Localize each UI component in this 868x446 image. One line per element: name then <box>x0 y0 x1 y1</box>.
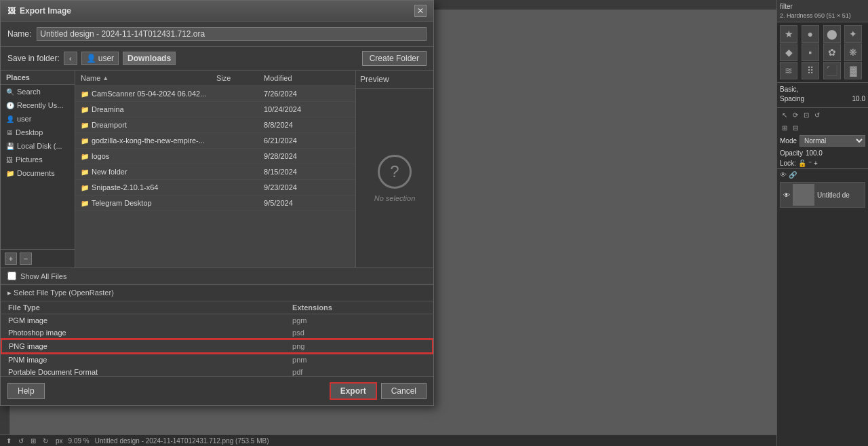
filetype-col-ext: Extensions <box>285 301 433 314</box>
preset-label: 2. Hardness 050 (51 × 51) <box>780 12 865 19</box>
file-row[interactable]: 📁 New folder 8/15/2024 <box>75 164 355 180</box>
dialog-titlebar: 🖼 Export Image ✕ <box>1 1 433 22</box>
col-header-name[interactable]: Name ▲ <box>75 73 211 83</box>
place-item-localdisk[interactable]: 💾 Local Disk (... <box>1 139 75 153</box>
file-cell-modified: 9/23/2024 <box>258 182 355 193</box>
visibility-icon[interactable]: 👁 <box>780 171 787 179</box>
file-cell-modified: 9/5/2024 <box>258 198 355 208</box>
file-cell-size <box>211 151 258 162</box>
brush-item[interactable]: ★ <box>780 25 797 43</box>
layer-item[interactable]: 👁 Untitled de <box>780 182 865 208</box>
col-name-label: Name <box>81 74 100 82</box>
desktop-icon: 🖥 <box>6 129 13 136</box>
tool-icon[interactable]: ⟳ <box>791 110 800 119</box>
file-list: 📁 CamScanner 05-04-2024 06.042... 7/26/2… <box>75 86 355 267</box>
file-cell-name: 📁 logos <box>75 151 211 162</box>
status-icon-3: ⊞ <box>28 436 38 445</box>
show-all-files-checkbox[interactable] <box>7 272 16 280</box>
filetype-header[interactable]: ▸ Select File Type (OpenRaster) <box>1 285 433 301</box>
places-remove-button[interactable]: − <box>20 253 32 265</box>
folder-icon: 📁 <box>81 153 89 160</box>
tool-icon[interactable]: ⊟ <box>791 123 800 132</box>
user-place-icon: 👤 <box>6 115 14 123</box>
link-icon[interactable]: 🔗 <box>789 171 797 179</box>
file-cell-modified: 8/15/2024 <box>258 166 355 177</box>
lock-row: Lock: 🔓 ⁻ + <box>777 158 868 168</box>
place-item-desktop[interactable]: 🖥 Desktop <box>1 126 75 139</box>
file-row[interactable]: 📁 CamScanner 05-04-2024 06.042... 7/26/2… <box>75 86 355 102</box>
tool-icon[interactable]: ↖ <box>780 110 789 119</box>
file-row[interactable]: 📁 godzilla-x-kong-the-new-empire-... 6/2… <box>75 133 355 149</box>
file-cell-size <box>211 166 258 177</box>
file-row[interactable]: 📁 Snipaste-2.10.1-x64 9/23/2024 <box>75 180 355 196</box>
layer-visibility-row: 👁 🔗 <box>777 168 868 181</box>
file-row[interactable]: 📁 Dreamport 8/8/2024 <box>75 117 355 133</box>
search-icon: 🔍 <box>6 88 14 96</box>
user-icon: 👤 <box>86 54 96 63</box>
place-item-recently[interactable]: 🕐 Recently Us... <box>1 98 75 112</box>
brush-item[interactable]: ✦ <box>844 25 862 43</box>
lock-icon: 🔓 <box>798 160 806 167</box>
place-item-user[interactable]: 👤 user <box>1 112 75 126</box>
place-item-search[interactable]: 🔍 Search <box>1 85 75 98</box>
dialog-buttons: Help Export Cancel <box>1 376 433 405</box>
cancel-button[interactable]: Cancel <box>381 383 427 399</box>
create-folder-button[interactable]: Create Folder <box>362 51 427 66</box>
brush-item[interactable]: ◆ <box>780 43 797 61</box>
export-button[interactable]: Export <box>330 382 377 400</box>
filetype-row-png[interactable]: PNG image png <box>1 339 433 353</box>
brush-item[interactable]: ● <box>802 25 819 43</box>
place-label-user: user <box>17 115 31 123</box>
spacing-value: 10.0 <box>852 95 865 103</box>
lock-label: Lock: <box>780 160 796 167</box>
col-header-modified[interactable]: Modified <box>258 73 355 83</box>
col-header-size[interactable]: Size <box>211 73 258 83</box>
place-item-documents[interactable]: 📁 Documents <box>1 166 75 180</box>
tool-icons-row: ↖ ⟳ ⊡ ↺ <box>777 107 868 122</box>
brush-item[interactable]: ≋ <box>780 62 797 79</box>
show-all-files-label: Show All Files <box>20 272 66 280</box>
file-cell-size <box>211 119 258 130</box>
breadcrumb-user[interactable]: 👤 user <box>81 52 119 65</box>
filetype-row-psd[interactable]: Photoshop image psd <box>1 327 433 339</box>
dialog-title-icon: 🖼 <box>7 6 16 16</box>
file-row[interactable]: 📁 logos 9/28/2024 <box>75 149 355 164</box>
right-panel: filter 2. Hardness 050 (51 × 51) ★ ● ⬤ ✦… <box>776 0 868 446</box>
breadcrumb-user-label: user <box>98 54 114 63</box>
filetype-row-pnm[interactable]: PNM image pnm <box>1 353 433 366</box>
preview-icon: ? <box>378 155 412 189</box>
brush-item[interactable]: ⠿ <box>802 62 819 79</box>
file-cell-size <box>211 88 258 99</box>
tool-icon[interactable]: ↺ <box>812 110 822 119</box>
dialog-title-text: Export Image <box>20 6 71 16</box>
filetype-row-pdf[interactable]: Portable Document Format pdf <box>1 366 433 376</box>
breadcrumb-downloads[interactable]: Downloads <box>123 52 176 65</box>
brush-item[interactable]: ⬤ <box>823 25 841 43</box>
folder-icon: 📁 <box>81 184 89 191</box>
col-size-label: Size <box>216 74 231 82</box>
file-row[interactable]: 📁 Dreamina 10/24/2024 <box>75 102 355 117</box>
place-item-pictures[interactable]: 🖼 Pictures <box>1 153 75 166</box>
help-button[interactable]: Help <box>7 383 45 399</box>
filetype-row-pgm[interactable]: PGM image pgm <box>1 314 433 327</box>
brush-item[interactable]: ⬛ <box>823 62 841 79</box>
brush-item[interactable]: ▓ <box>844 62 862 79</box>
dialog-close-button[interactable]: ✕ <box>414 5 427 17</box>
folder-row: Save in folder: ‹ 👤 user Downloads Creat… <box>1 47 433 71</box>
name-input[interactable] <box>37 27 427 41</box>
places-add-button[interactable]: + <box>5 253 17 265</box>
tool-icon[interactable]: ⊞ <box>780 123 789 132</box>
file-cell-modified: 9/28/2024 <box>258 151 355 162</box>
opacity-row: Opacity 100.0 <box>777 148 868 158</box>
brush-item[interactable]: ▪ <box>802 43 819 61</box>
brush-item[interactable]: ❋ <box>844 43 862 61</box>
file-row[interactable]: 📁 Telegram Desktop 9/5/2024 <box>75 196 355 211</box>
place-label-recently: Recently Us... <box>17 101 63 109</box>
filetype-ext-png: png <box>285 339 433 353</box>
nav-back-button[interactable]: ‹ <box>64 52 77 65</box>
lock-pos-icon: + <box>814 160 818 167</box>
brush-item[interactable]: ✿ <box>823 43 841 61</box>
mode-select[interactable]: Normal <box>800 135 865 147</box>
layer-eye-icon[interactable]: 👁 <box>783 191 790 199</box>
tool-icon[interactable]: ⊡ <box>802 110 811 119</box>
